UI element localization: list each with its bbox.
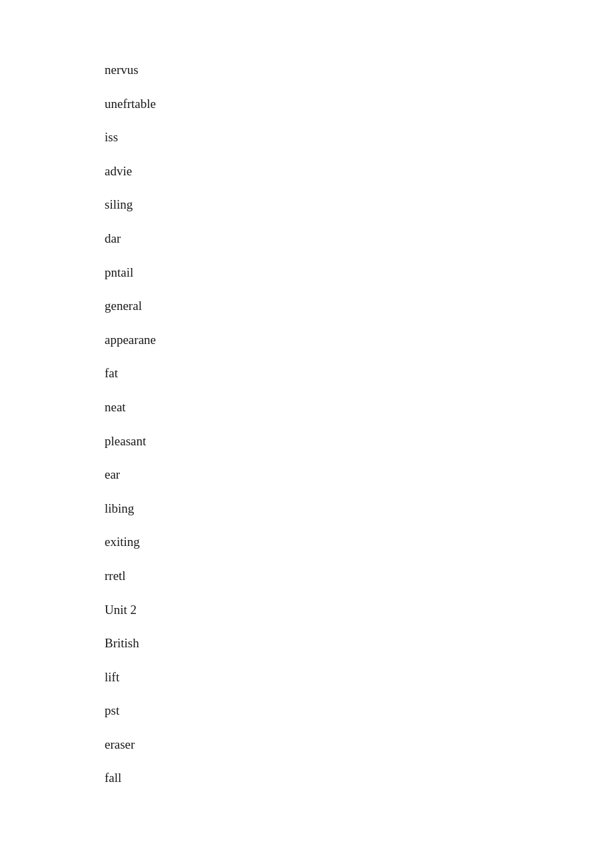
list-item: British [105,627,613,661]
word-list: nervusunefrtableissadviesilingdarpntailg… [0,0,613,849]
list-item: siling [105,188,613,222]
list-item: lift [105,661,613,695]
list-item: ear [105,458,613,492]
list-item: general [105,289,613,323]
list-item: appearane [105,323,613,357]
list-item: dar [105,222,613,256]
list-item: libing [105,492,613,526]
list-item: iss [105,121,613,155]
list-item: nervus [105,53,613,87]
list-item: pntail [105,256,613,290]
list-item: rretl [105,559,613,593]
list-item: Unit 2 [105,593,613,627]
list-item: unefrtable [105,87,613,121]
list-item: eraser [105,728,613,762]
list-item: pst [105,694,613,728]
list-item: fall [105,761,613,795]
list-item: fat [105,357,613,391]
list-item: neat [105,391,613,425]
list-item: exiting [105,525,613,559]
list-item: pleasant [105,425,613,459]
list-item: advie [105,155,613,189]
